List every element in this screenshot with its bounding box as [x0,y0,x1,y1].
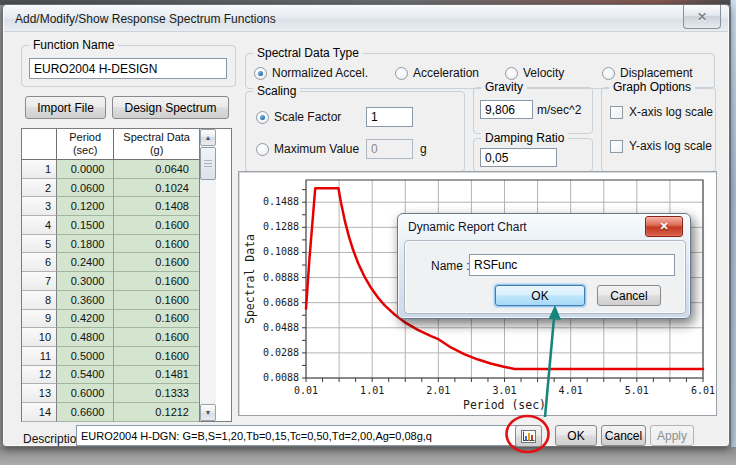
dynamic-report-chart-dialog: Dynamic Report Chart ✕ Name : OK Cancel [397,213,691,319]
scaling-group: Scaling Scale Factor Maximum Value g [245,91,465,172]
radio-icon[interactable] [256,111,269,124]
period-cell[interactable]: 0.4200 [57,310,114,329]
radio-icon[interactable] [395,67,408,80]
row-number-cell[interactable]: 11 [22,347,57,366]
checkbox-icon[interactable] [610,106,623,119]
period-cell[interactable]: 0.1500 [57,216,114,235]
svg-text:0.01: 0.01 [294,385,318,396]
radio-icon[interactable] [602,67,615,80]
scale-factor-input[interactable] [366,107,413,127]
period-cell[interactable]: 0.6000 [57,384,114,403]
svg-text:Spectral Data: Spectral Data [243,234,257,324]
row-number-cell[interactable]: 6 [22,253,57,272]
popup-cancel-button[interactable]: Cancel [597,285,661,306]
spectral-cell[interactable]: 0.1600 [114,310,199,329]
svg-text:2.01: 2.01 [426,385,450,396]
close-icon[interactable]: ✕ [683,5,721,29]
period-cell[interactable]: 0.3600 [57,291,114,310]
popup-body: Name : OK Cancel [404,240,686,314]
ok-button[interactable]: OK [555,425,597,446]
spectral-cell[interactable]: 0.1600 [114,272,199,291]
radio-displacement[interactable]: Displacement [602,66,693,80]
function-name-input[interactable] [29,58,227,79]
row-number-cell[interactable]: 14 [22,403,57,422]
checkbox-y-log-scale[interactable]: Y-axis log scale [610,139,712,153]
import-file-button[interactable]: Import File [25,96,106,119]
period-cell[interactable]: 0.6600 [57,403,114,422]
row-number-cell[interactable]: 1 [22,160,57,179]
period-cell[interactable]: 0.2400 [57,253,114,272]
spectrum-table: Period (sec) Spectral Data (g) 10.00000.… [21,128,232,422]
svg-text:1.01: 1.01 [360,385,384,396]
spectral-cell[interactable]: 0.1600 [114,253,199,272]
row-number-cell[interactable]: 3 [22,197,57,216]
svg-text:Period (sec): Period (sec) [463,398,546,412]
radio-velocity[interactable]: Velocity [505,66,564,80]
table-scrollbar[interactable]: ▲ ▼ [199,129,216,421]
svg-text:0.1488: 0.1488 [263,196,299,207]
radio-icon[interactable] [505,67,518,80]
period-cell[interactable]: 0.1800 [57,235,114,254]
description-input[interactable] [76,425,518,446]
background-window-bottom [0,447,736,465]
checkbox-icon[interactable] [610,140,623,153]
popup-close-icon[interactable]: ✕ [645,216,683,237]
period-cell[interactable]: 0.1200 [57,197,114,216]
radio-acceleration[interactable]: Acceleration [395,66,479,80]
table-row: 100.48000.1600 [22,328,199,347]
spectral-cell[interactable]: 0.1408 [114,197,199,216]
spectral-cell[interactable]: 0.1212 [114,403,199,422]
row-number-cell[interactable]: 12 [22,366,57,385]
scroll-down-icon[interactable]: ▼ [200,404,216,421]
period-cell[interactable]: 0.5400 [57,366,114,385]
cancel-button[interactable]: Cancel [601,425,646,446]
popup-name-input[interactable] [469,254,675,276]
spectral-cell[interactable]: 0.1600 [114,347,199,366]
spectral-cell[interactable]: 0.1481 [114,366,199,385]
spectral-cell[interactable]: 0.1600 [114,291,199,310]
radio-icon[interactable] [256,143,269,156]
scroll-up-icon[interactable]: ▲ [200,129,216,146]
period-cell[interactable]: 0.3000 [57,272,114,291]
period-cell[interactable]: 0.4800 [57,328,114,347]
gravity-input[interactable] [480,100,533,119]
table-row: 30.12000.1408 [22,197,199,216]
table-row: 70.30000.1600 [22,272,199,291]
spectral-cell[interactable]: 0.1333 [114,384,199,403]
damping-ratio-input[interactable] [480,148,557,167]
row-number-cell[interactable]: 7 [22,272,57,291]
row-number-cell[interactable]: 5 [22,235,57,254]
radio-icon[interactable] [254,67,267,80]
dynamic-report-chart-button[interactable] [515,425,542,447]
svg-text:0.1088: 0.1088 [263,246,299,257]
svg-text:3.01: 3.01 [492,385,516,396]
maximum-value-input [366,139,413,159]
spectral-cell[interactable]: 0.1600 [114,235,199,254]
dialog-titlebar: Add/Modify/Show Response Spectrum Functi… [4,6,728,32]
svg-text:0.1288: 0.1288 [263,221,299,232]
scrollbar-thumb[interactable] [200,147,216,180]
row-number-cell[interactable]: 13 [22,384,57,403]
svg-text:4.01: 4.01 [559,385,583,396]
spectral-cell[interactable]: 0.1024 [114,179,199,198]
period-cell[interactable]: 0.5000 [57,347,114,366]
popup-ok-button[interactable]: OK [495,285,585,306]
period-cell[interactable]: 0.0000 [57,160,114,179]
radio-normalized-accel[interactable]: Normalized Accel. [254,66,368,80]
period-cell[interactable]: 0.0600 [57,179,114,198]
checkbox-x-log-scale[interactable]: X-axis log scale [610,105,713,119]
row-number-cell[interactable]: 9 [22,310,57,329]
spectral-cell[interactable]: 0.1600 [114,328,199,347]
spectral-cell[interactable]: 0.0640 [114,160,199,179]
row-number-cell[interactable]: 2 [22,179,57,198]
spectral-cell[interactable]: 0.1600 [114,216,199,235]
gravity-label: Gravity [481,80,527,94]
design-spectrum-button[interactable]: Design Spectrum [112,96,229,119]
row-number-cell[interactable]: 8 [22,291,57,310]
radio-scale-factor[interactable]: Scale Factor [256,110,341,124]
row-number-cell[interactable]: 10 [22,328,57,347]
table-row: 60.24000.1600 [22,253,199,272]
radio-maximum-value[interactable]: Maximum Value [256,142,359,156]
row-number-cell[interactable]: 4 [22,216,57,235]
scaling-label: Scaling [253,84,300,98]
